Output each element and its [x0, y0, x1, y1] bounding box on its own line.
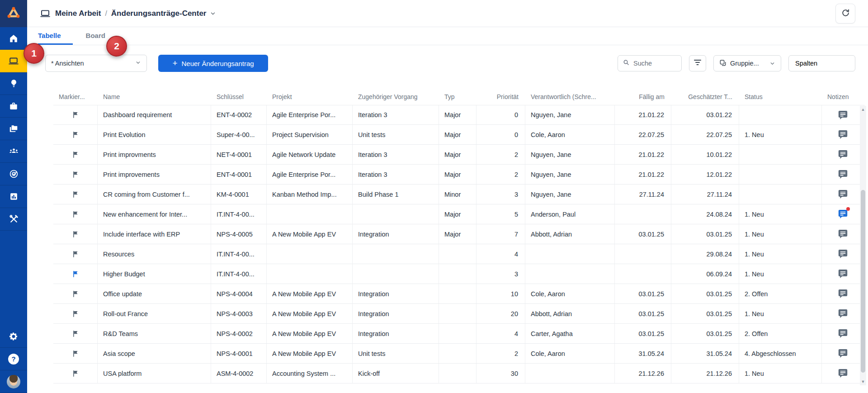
cell-due — [615, 204, 671, 224]
flag-icon[interactable] — [71, 270, 80, 278]
column-header-note[interactable]: Notizen — [822, 93, 864, 100]
app-logo[interactable] — [0, 0, 27, 27]
flag-icon[interactable] — [71, 131, 80, 139]
note-icon[interactable] — [837, 368, 849, 379]
flag-icon[interactable] — [71, 350, 80, 358]
sidebar-item-reports[interactable] — [0, 185, 27, 208]
sidebar-item-ideas[interactable] — [0, 72, 27, 95]
table-row[interactable]: USA platformASM-4-0002Accounting System … — [53, 364, 864, 384]
briefcase-icon — [9, 101, 19, 111]
table-row[interactable]: R&D TeamsNPS-4-0002A New Mobile App EVIn… — [53, 324, 864, 344]
flag-icon[interactable] — [71, 369, 80, 378]
sidebar-item-goals[interactable] — [0, 163, 27, 185]
column-header-type[interactable]: Typ — [439, 93, 476, 100]
cell-responsible: Cole, Aaron — [525, 344, 615, 363]
flag-icon[interactable] — [71, 230, 80, 238]
cell-estimated: 27.11.24 — [671, 185, 739, 204]
note-icon[interactable] — [837, 288, 849, 299]
table-row[interactable]: Higher BudgetIT.INT-4-00...306.09.241. N… — [53, 264, 864, 284]
new-change-request-button[interactable]: + Neuer Änderungsantrag — [158, 55, 268, 72]
cell-task: Iteration 3 — [353, 145, 439, 164]
column-header-estimated[interactable]: Geschätzter T... — [671, 93, 739, 100]
note-icon[interactable] — [837, 268, 849, 279]
flag-icon[interactable] — [71, 290, 80, 298]
note-icon[interactable] — [837, 328, 849, 339]
flag-icon[interactable] — [71, 330, 80, 338]
cell-responsible: Nguyen, Jane — [525, 145, 615, 164]
sidebar-item-help[interactable]: ? — [0, 348, 27, 370]
column-header-priority[interactable]: Priorität — [476, 93, 525, 100]
note-icon[interactable] — [837, 169, 849, 180]
cell-priority: 5 — [476, 204, 525, 224]
flag-icon[interactable] — [71, 111, 80, 119]
sidebar-item-settings[interactable] — [0, 325, 27, 348]
note-icon[interactable] — [837, 149, 849, 160]
note-icon[interactable] — [837, 228, 849, 240]
scrollbar-thumb[interactable] — [861, 190, 865, 373]
columns-button[interactable]: Spalten — [788, 55, 855, 71]
annotation-badge-1-label: 1 — [31, 48, 37, 59]
scroll-down-arrow[interactable]: ▼ — [860, 378, 866, 385]
note-icon[interactable] — [837, 109, 849, 121]
breadcrumb-root[interactable]: Meine Arbeit — [55, 9, 101, 18]
note-icon[interactable] — [837, 348, 849, 359]
sidebar-item-portfolio[interactable] — [0, 95, 27, 118]
table-row[interactable]: CR coming from Customer f...KM-4-0001Kan… — [53, 185, 864, 204]
cell-type — [439, 264, 476, 284]
scroll-up-arrow[interactable]: ▲ — [860, 106, 866, 113]
cell-note — [822, 304, 864, 323]
home-icon — [9, 33, 19, 43]
cell-key: NPS-4-0004 — [211, 284, 267, 303]
table-row[interactable]: Print improvmentsNET-4-0001Agile Network… — [53, 145, 864, 165]
column-header-key[interactable]: Schlüssel — [211, 93, 267, 100]
sidebar-item-profile[interactable] — [0, 370, 27, 393]
note-icon[interactable] — [837, 308, 849, 319]
sidebar-item-administration[interactable] — [0, 208, 27, 231]
column-header-responsible[interactable]: Verantwortlich (Schre... — [525, 93, 615, 100]
tab-tabelle[interactable]: Tabelle — [38, 27, 73, 45]
group-by-dropdown[interactable]: Gruppie... — [713, 55, 781, 71]
flag-icon[interactable] — [71, 210, 80, 218]
table-row[interactable]: Print improvementsENT-4-0001Agile Enterp… — [53, 165, 864, 185]
cell-status: 1. Neu — [739, 244, 822, 264]
note-icon[interactable] — [837, 208, 849, 220]
flag-icon[interactable] — [71, 190, 80, 199]
table-row[interactable]: New enhancement for Inter...IT.INT-4-00.… — [53, 204, 864, 224]
table-row[interactable]: Include interface with ERPNPS-4-0005A Ne… — [53, 224, 864, 244]
table-row[interactable]: Office updateNPS-4-0004A New Mobile App … — [53, 284, 864, 304]
table-row[interactable]: ResourcesIT.INT-4-00...429.08.241. Neu — [53, 244, 864, 264]
column-header-flag[interactable]: Markier... — [53, 93, 98, 100]
views-dropdown[interactable]: * Ansichten — [45, 55, 147, 72]
cell-name: Roll-out France — [98, 304, 211, 323]
sidebar-item-my-work[interactable] — [0, 50, 27, 72]
table-row[interactable]: Roll-out FranceNPS-4-0003A New Mobile Ap… — [53, 304, 864, 324]
note-icon[interactable] — [837, 129, 849, 140]
flag-icon[interactable] — [71, 310, 80, 318]
table-row[interactable]: Dashboard requirementENT-4-0002Agile Ent… — [53, 105, 864, 125]
column-header-project[interactable]: Projekt — [267, 93, 353, 100]
column-header-due[interactable]: Fällig am — [615, 93, 671, 100]
cell-priority: 4 — [476, 324, 525, 343]
note-icon[interactable] — [837, 248, 849, 260]
flag-icon[interactable] — [71, 151, 80, 159]
refresh-button[interactable] — [835, 4, 855, 24]
filter-button[interactable] — [689, 55, 706, 71]
vertical-scrollbar[interactable]: ▲ ▼ — [860, 106, 866, 385]
cell-project: Agile Network Update — [267, 145, 353, 164]
column-header-status[interactable]: Status — [739, 93, 822, 100]
chevron-down-icon[interactable] — [210, 10, 216, 17]
sidebar-item-home[interactable] — [0, 27, 27, 50]
column-header-name[interactable]: Name — [98, 93, 211, 100]
sidebar-item-team[interactable] — [0, 140, 27, 163]
note-icon[interactable] — [837, 189, 849, 200]
breadcrumb-current[interactable]: Änderungsanträge-Center — [111, 9, 207, 18]
table-row[interactable]: Asia scopeNPS-4-0001A New Mobile App EVU… — [53, 344, 864, 364]
sidebar-item-projects[interactable] — [0, 118, 27, 140]
search-input[interactable] — [633, 60, 677, 67]
flag-icon[interactable] — [71, 170, 80, 179]
cell-project: A New Mobile App EV — [267, 324, 353, 343]
column-header-task[interactable]: Zugehöriger Vorgang — [353, 93, 439, 100]
flag-icon[interactable] — [71, 250, 80, 258]
table-row[interactable]: Print EvolutionSuper-4-00...Project Supe… — [53, 125, 864, 145]
cell-project: Kanban Method Imp... — [267, 185, 353, 204]
